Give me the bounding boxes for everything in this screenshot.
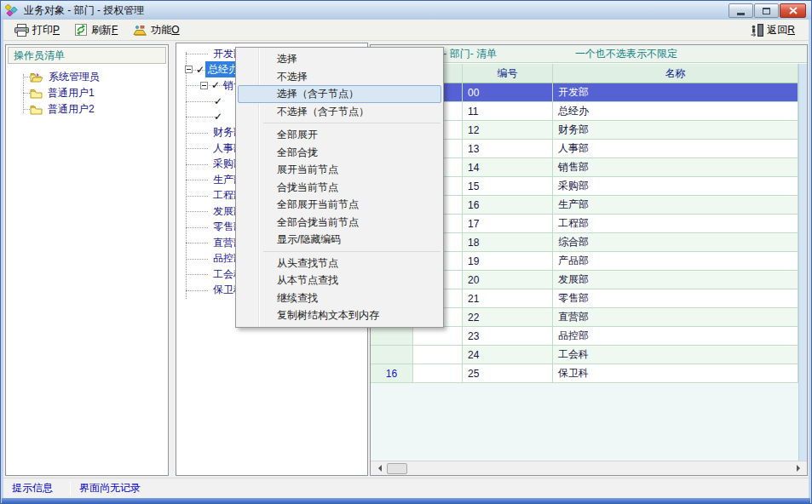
refresh-button[interactable]: 刷新F [70, 20, 124, 40]
context-menu-item[interactable]: 全部展开 [238, 126, 441, 144]
row-number-cell [371, 327, 413, 346]
code-cell: 24 [463, 346, 553, 364]
print-button[interactable]: 打印P [10, 20, 66, 40]
context-menu-item[interactable]: 复制树结构文本到内存 [238, 306, 441, 324]
menu-separator [263, 123, 441, 123]
check-mark-icon: ✓ [214, 111, 222, 123]
titlebar[interactable]: 业务对象 - 部门 - 授权管理 [1, 1, 811, 20]
context-menu-item[interactable]: 不选择 [238, 68, 441, 86]
context-menu-item[interactable]: 全部合拢当前节点 [238, 214, 441, 232]
close-icon [789, 7, 798, 14]
context-menu-item[interactable]: 从头查找节点 [238, 255, 441, 272]
name-cell: 直营部 [553, 308, 798, 327]
name-cell: 零售部 [553, 289, 798, 308]
scroll-right-button[interactable] [792, 461, 807, 475]
table-row[interactable]: 1625保卫科 [371, 364, 798, 383]
app-window: 业务对象 - 部门 - 授权管理 打印P [0, 0, 812, 504]
function-icon [132, 24, 147, 37]
context-menu-item[interactable]: 全部合拢 [238, 144, 441, 162]
code-cell: 00 [463, 83, 553, 102]
code-cell: 25 [463, 364, 553, 383]
name-cell: 人事部 [553, 140, 798, 158]
list-note: 一个也不选表示不限定 [575, 47, 677, 61]
name-cell: 开发部 [553, 83, 798, 102]
vertical-scrollbar[interactable] [798, 64, 807, 461]
name-cell: 销售部 [553, 158, 798, 177]
code-cell: 19 [463, 252, 553, 271]
app-icon [5, 4, 20, 17]
printer-icon [14, 24, 29, 37]
window-title: 业务对象 - 部门 - 授权管理 [24, 3, 144, 18]
minimize-button[interactable] [728, 3, 753, 18]
operator-label: 普通用户2 [48, 102, 95, 117]
code-cell: 18 [463, 233, 553, 252]
minimize-icon [737, 13, 745, 15]
context-menu-item[interactable]: 合拢当前节点 [238, 179, 441, 197]
blank-cell [413, 346, 463, 364]
maximize-icon [763, 8, 770, 14]
context-menu-item[interactable]: 继续查找 [238, 289, 441, 307]
code-cell: 12 [463, 121, 553, 140]
maximize-button[interactable] [754, 3, 779, 18]
operator-list-header: 操作员清单 [8, 47, 166, 64]
scroll-left-button[interactable] [371, 461, 385, 475]
check-mark-icon: ✓ [214, 95, 222, 107]
check-mark-icon: ✓ [211, 79, 220, 91]
name-cell: 发展部 [553, 271, 798, 289]
table-row[interactable]: 23品控部 [371, 327, 798, 346]
code-cell: 17 [463, 215, 553, 233]
tree-node-label[interactable] [223, 100, 228, 102]
exit-icon [751, 24, 763, 37]
operator-list-panel: 操作员清单 系统管理员 普通用户1 普通用户2 [5, 44, 169, 476]
left-arrow-icon [375, 465, 382, 472]
context-menu-item[interactable]: 选择（含子节点） [238, 85, 441, 103]
context-menu-item[interactable]: 全部展开当前节点 [238, 196, 441, 214]
close-button[interactable] [780, 3, 806, 18]
operator-tree-item[interactable]: 普通用户1 [6, 85, 168, 101]
code-column-header[interactable]: 编号 [463, 64, 553, 83]
code-cell: 20 [463, 271, 553, 289]
tree-node-label[interactable] [223, 116, 228, 117]
context-menu-item[interactable]: 显示/隐藏编码 [238, 231, 441, 249]
row-number-cell [371, 346, 413, 364]
code-cell: 14 [463, 158, 553, 177]
right-arrow-icon [797, 465, 803, 472]
row-number-cell: 16 [371, 364, 413, 383]
code-cell: 11 [463, 102, 553, 121]
name-cell: 工会科 [553, 346, 798, 364]
code-cell: 15 [463, 177, 553, 196]
name-cell: 总经办 [553, 102, 798, 121]
name-cell: 产品部 [553, 252, 798, 271]
horizontal-scrollbar[interactable] [371, 461, 807, 475]
name-cell: 工程部 [553, 215, 798, 233]
context-menu-item[interactable]: 不选择（含子节点） [238, 103, 441, 121]
context-menu-item[interactable]: 从本节点查找 [238, 272, 441, 289]
folder-icon [30, 89, 43, 99]
return-button[interactable]: 返回R [746, 20, 802, 40]
menu-separator [263, 251, 441, 252]
name-column-header[interactable]: 名称 [553, 64, 798, 83]
tree-expander-minus-icon[interactable] [200, 82, 208, 89]
refresh-icon [74, 23, 88, 37]
operator-tree-item[interactable]: 系统管理员 [6, 69, 168, 85]
scrollbar-thumb[interactable] [387, 463, 407, 474]
code-cell: 16 [463, 196, 553, 215]
tree-context-menu: 选择不选择选择（含子节点）不选择（含子节点）全部展开全部合拢展开当前节点合拢当前… [235, 47, 444, 328]
context-menu-item[interactable]: 展开当前节点 [238, 161, 441, 179]
code-cell: 23 [463, 327, 553, 346]
context-menu-item[interactable]: 选择 [238, 50, 441, 68]
operator-tree: 系统管理员 普通用户1 普通用户2 [6, 66, 168, 117]
blank-cell [413, 327, 463, 346]
operator-tree-item[interactable]: 普通用户2 [6, 101, 168, 117]
name-cell: 品控部 [553, 327, 798, 346]
table-row[interactable]: 24工会科 [371, 346, 798, 364]
code-cell: 13 [463, 140, 553, 158]
name-cell: 采购部 [553, 177, 798, 196]
function-button[interactable]: 功能O [128, 20, 186, 40]
name-cell: 保卫科 [553, 364, 798, 383]
operator-label: 普通用户1 [48, 86, 95, 100]
code-cell: 21 [463, 289, 553, 308]
status-label: 提示信息 [3, 481, 70, 495]
tree-expander-minus-icon[interactable] [185, 66, 193, 73]
toolbar: 打印P 刷新F 功能O [3, 20, 809, 41]
